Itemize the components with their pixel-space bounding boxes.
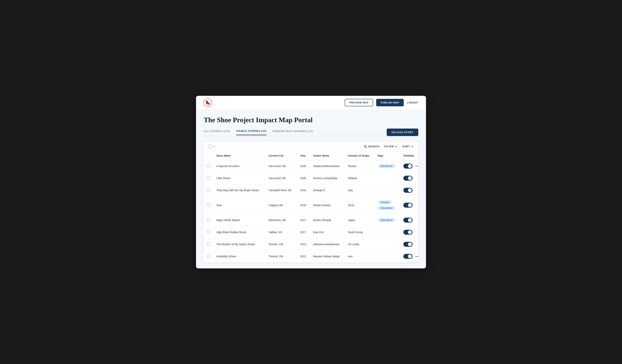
row-checkbox[interactable] <box>207 176 210 179</box>
row-current-city: Calgary, AB <box>266 196 297 214</box>
col-checkbox <box>204 152 213 160</box>
toggle-wrapper <box>403 218 415 223</box>
toggle-wrapper <box>403 176 415 181</box>
connector-line <box>415 166 418 166</box>
tab-pending-changes[interactable]: PENDING MAP CHANGES (17) <box>273 130 313 135</box>
col-author-name: Author Name <box>310 152 345 160</box>
row-country: Albania <box>345 172 374 184</box>
toggle-wrapper <box>403 254 415 259</box>
logout-button[interactable]: LOGOUT <box>407 101 418 104</box>
row-checkbox[interactable] <box>207 218 210 221</box>
row-story-name: A Special Occasion <box>213 160 266 172</box>
row-tags <box>374 184 400 196</box>
visibility-toggle[interactable] <box>403 188 412 193</box>
table-row: A Special OccasionVancouver, BC2020Natal… <box>204 160 418 172</box>
row-tags: RefugeeEducational <box>374 196 400 214</box>
search-button[interactable]: SEARCH <box>364 145 380 148</box>
table-header-row: Story Name Current City Year Author Name… <box>204 152 418 160</box>
tag-badge: Educational <box>378 164 395 168</box>
row-author-name: Natalia Mokhovinkova <box>310 160 345 172</box>
visibility-toggle[interactable] <box>403 242 412 247</box>
row-story-name: Little Shoes <box>213 172 266 184</box>
row-year: 2012 <box>297 250 310 262</box>
row-checkbox[interactable] <box>207 188 210 192</box>
select-all-wrapper: ▼ <box>208 145 215 148</box>
row-checkbox[interactable] <box>207 230 210 233</box>
row-tags: Educational <box>374 214 400 226</box>
sort-button[interactable]: SORT <box>402 145 414 148</box>
visibility-toggle[interactable] <box>403 176 412 181</box>
tag-badge: Educational <box>378 218 395 222</box>
tab-visible-stories[interactable]: VISIBLE STORIES (33) <box>236 130 267 135</box>
row-current-city: Vancouver, BC <box>266 172 297 184</box>
filter-chevron-icon <box>395 145 398 148</box>
row-year: 2013 <box>297 238 310 250</box>
row-checkbox-cell <box>204 238 213 250</box>
stories-table: Story Name Current City Year Author Name… <box>204 152 418 262</box>
row-visibility-cell <box>400 238 418 250</box>
row-checkbox[interactable] <box>207 242 210 246</box>
search-icon <box>364 145 367 148</box>
select-all-chevron-icon[interactable]: ▼ <box>213 145 215 148</box>
visibility-toggle[interactable] <box>403 230 412 235</box>
row-country: Syria <box>345 196 374 214</box>
table-row: They May Still See My Bright ShoesCampbe… <box>204 184 418 196</box>
app-window: 🥾 PREVIEW MAP PUBLISH MAP LOGOUT The Sho… <box>196 96 426 268</box>
row-story-name: The Rhythm of My Safety Shoes <box>213 238 266 250</box>
row-author-name: Inae Kim <box>310 226 345 238</box>
preview-map-button[interactable]: PREVIEW MAP <box>345 99 373 106</box>
filter-button[interactable]: FILTER <box>384 145 398 148</box>
table-body: A Special OccasionVancouver, BC2020Natal… <box>204 160 418 262</box>
row-checkbox[interactable] <box>207 164 210 167</box>
visibility-toggle[interactable] <box>403 254 412 259</box>
toggle-wrapper <box>403 230 415 235</box>
row-country: Iraq <box>345 184 374 196</box>
visibility-toggle[interactable] <box>403 218 412 223</box>
row-story-name: Ugly Black Rubber Boots <box>213 226 266 238</box>
row-author-name: Rawan Nassar <box>310 196 345 214</box>
row-visibility-cell <box>400 214 418 226</box>
row-country: South Korea <box>345 226 374 238</box>
row-checkbox[interactable] <box>207 254 210 258</box>
row-current-city: Halifax, NS <box>266 226 297 238</box>
row-checkbox-cell <box>204 214 213 226</box>
svg-line-1 <box>366 147 367 148</box>
row-visibility-cell <box>400 226 418 238</box>
row-tags <box>374 172 400 184</box>
row-visibility-cell <box>400 160 418 172</box>
col-country: Country of Origin <box>345 152 374 160</box>
select-all-checkbox[interactable] <box>208 145 212 148</box>
col-year: Year <box>297 152 310 160</box>
row-country: Sri Lanka <box>345 238 374 250</box>
toggle-wrapper <box>403 164 415 169</box>
col-current-city: Current City <box>266 152 297 160</box>
tab-all-stories[interactable]: ALL STORIES (278) <box>204 130 230 135</box>
connector-line <box>415 256 418 256</box>
row-checkbox[interactable] <box>207 203 210 207</box>
logo-emoji: 🥾 <box>205 100 211 105</box>
tabs-right: UPLOAD STORY <box>387 129 419 136</box>
row-tags <box>374 226 400 238</box>
row-year: 2018 <box>297 196 310 214</box>
row-checkbox-cell <box>204 250 213 262</box>
row-checkbox-cell <box>204 184 213 196</box>
row-current-city: Campbell River, BC <box>266 184 297 196</box>
row-tags <box>374 250 400 262</box>
visibility-toggle[interactable] <box>403 203 412 208</box>
tag-badge: Refugee <box>378 200 392 204</box>
table-header: Story Name Current City Year Author Name… <box>204 152 418 160</box>
publish-map-button[interactable]: PUBLISH MAP <box>376 99 404 106</box>
row-tags: Educational <box>374 160 400 172</box>
col-tags: Tags <box>374 152 400 160</box>
table-row: Meg's White SkatesEdmonton, AB2017Noriko… <box>204 214 418 226</box>
row-visibility-cell <box>400 184 418 196</box>
row-year: 2017 <box>297 226 310 238</box>
row-tags <box>374 238 400 250</box>
row-story-name: Invisibility Shoes <box>213 250 266 262</box>
search-label: SEARCH <box>368 145 380 148</box>
row-checkbox-cell <box>204 172 213 184</box>
visibility-toggle[interactable] <box>403 164 412 169</box>
table-container: ▼ SEARCH FILTER <box>204 142 418 262</box>
row-year: 2017 <box>297 214 310 226</box>
upload-story-button[interactable]: UPLOAD STORY <box>387 129 419 136</box>
